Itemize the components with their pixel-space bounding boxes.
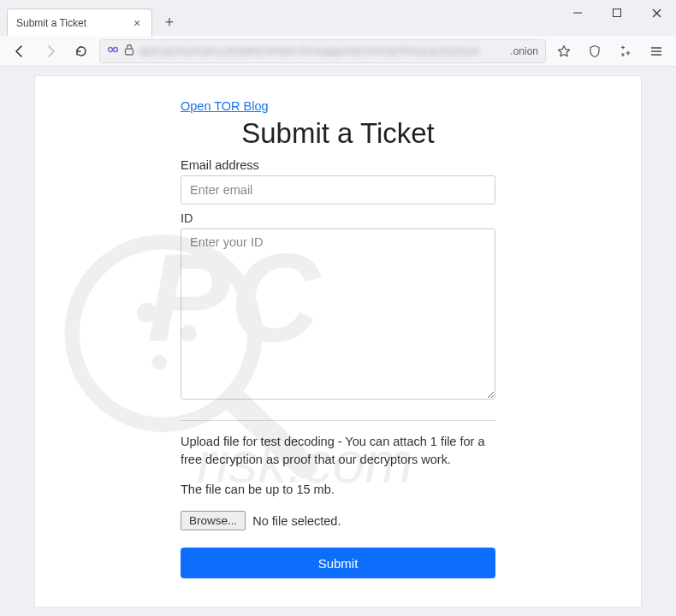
url-bar[interactable]: apf1acfncmalhuJhaWtcnfHtbvTorwappndtcmch… bbox=[99, 39, 546, 63]
tab-title: Submit a Ticket bbox=[16, 17, 131, 29]
extension-icon bbox=[107, 44, 119, 58]
close-window-button[interactable] bbox=[637, 0, 676, 26]
browser-tab[interactable]: Submit a Ticket × bbox=[7, 9, 152, 36]
svg-point-4 bbox=[109, 48, 113, 52]
reload-button[interactable] bbox=[68, 38, 94, 64]
svg-point-14 bbox=[151, 355, 166, 370]
tabs-area: Submit a Ticket × + bbox=[0, 0, 181, 36]
submit-button[interactable]: Submit bbox=[181, 548, 495, 578]
new-tab-button[interactable]: + bbox=[157, 10, 181, 34]
file-picker-row: Browse... No file selected. bbox=[181, 511, 495, 530]
svg-point-12 bbox=[137, 302, 157, 322]
id-label: ID bbox=[181, 211, 495, 225]
email-label: Email address bbox=[181, 158, 495, 172]
page-title: Submit a Ticket bbox=[181, 117, 495, 150]
email-field[interactable] bbox=[181, 175, 495, 204]
upload-description: Upload file for test decoding - You can … bbox=[181, 433, 495, 469]
shield-icon[interactable] bbox=[582, 38, 608, 64]
window-controls bbox=[558, 0, 676, 26]
svg-point-5 bbox=[114, 48, 118, 52]
browser-toolbar: apf1acfncmalhuJhaWtcnfHtbvTorwappndtcmch… bbox=[0, 36, 676, 67]
file-status: No file selected. bbox=[252, 514, 341, 528]
url-suffix: .onion bbox=[510, 45, 538, 57]
divider bbox=[181, 420, 495, 421]
svg-rect-6 bbox=[126, 49, 133, 55]
id-field[interactable] bbox=[181, 228, 495, 400]
forward-button[interactable] bbox=[38, 38, 63, 64]
menu-icon[interactable] bbox=[643, 38, 669, 64]
close-tab-icon[interactable]: × bbox=[131, 17, 143, 29]
size-note: The file can be up to 15 mb. bbox=[181, 481, 495, 499]
url-text: apf1acfncmalhuJhaWtcnfHtbvTorwappndtcmch… bbox=[139, 44, 505, 57]
lock-icon bbox=[124, 44, 134, 58]
browse-button[interactable]: Browse... bbox=[181, 511, 246, 530]
window-titlebar: Submit a Ticket × + bbox=[0, 0, 676, 36]
svg-rect-1 bbox=[614, 9, 621, 17]
maximize-button[interactable] bbox=[597, 0, 637, 26]
sparkle-icon[interactable] bbox=[613, 38, 638, 64]
back-button[interactable] bbox=[7, 38, 33, 64]
viewport: PC risk.com Open TOR Blog Submit a Ticke… bbox=[0, 67, 676, 616]
blog-link[interactable]: Open TOR Blog bbox=[181, 99, 269, 113]
minimize-button[interactable] bbox=[558, 0, 597, 26]
page-content: PC risk.com Open TOR Blog Submit a Ticke… bbox=[34, 75, 642, 607]
bookmark-icon[interactable] bbox=[551, 38, 577, 64]
